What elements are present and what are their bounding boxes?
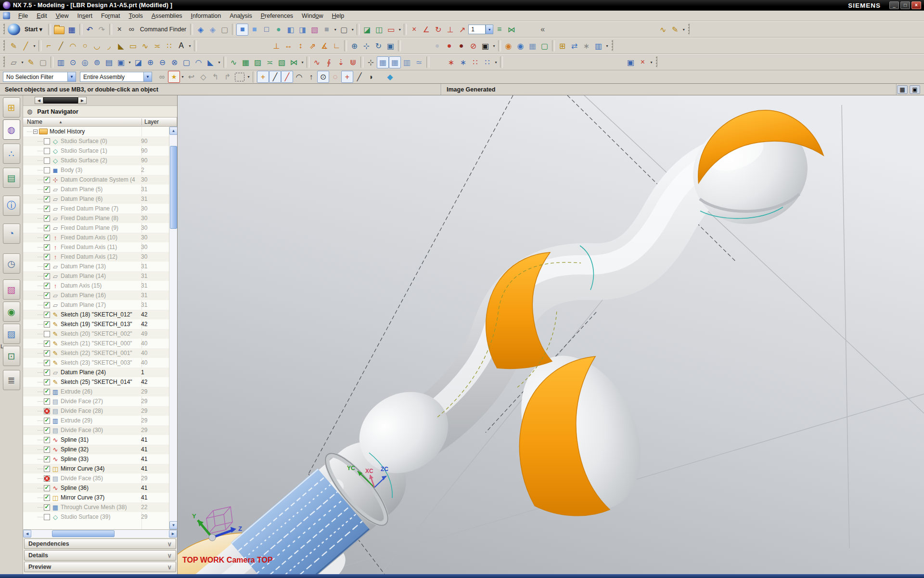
chamfer-feature-icon[interactable]: ◣ [205, 56, 217, 68]
feature-checkbox[interactable] [44, 196, 50, 202]
snap-midpoint-icon[interactable]: ╱ [281, 71, 293, 83]
work-layer-input[interactable]: 1 [468, 25, 486, 34]
pattern-feature-icon[interactable]: ∗ [457, 56, 469, 68]
menu-item[interactable]: Format [97, 12, 125, 20]
hole-icon[interactable]: ◎ [79, 56, 91, 68]
snap-center-icon[interactable]: ⊙ [317, 71, 329, 83]
arc2-icon[interactable]: ◡ [91, 40, 103, 52]
menu-item[interactable]: View [51, 12, 73, 20]
dark-render-icon[interactable]: ● [455, 40, 467, 52]
tree-row[interactable]: ▱ Fixed Datum Plane (9) 30 [23, 223, 169, 233]
tree-row[interactable]: ↑ Fixed Datum Axis (10) 30 [23, 233, 169, 242]
feature-checkbox[interactable] [44, 418, 50, 424]
studio-render-icon[interactable]: ● [272, 24, 284, 36]
clip-grid-icon[interactable]: ▦ [897, 85, 908, 94]
display-monitor-icon[interactable]: ▣ [910, 85, 920, 94]
perspective-icon[interactable]: ▭ [385, 24, 397, 36]
line-icon[interactable]: ╱ [20, 40, 32, 52]
scroll-thumb[interactable] [52, 530, 115, 537]
rectangle-icon[interactable]: ▭ [127, 40, 139, 52]
menu-item[interactable]: Preferences [257, 12, 297, 20]
feature-checkbox[interactable] [44, 302, 50, 308]
dropdown-arrow[interactable]: ▾ [681, 24, 686, 36]
dropdown-arrow[interactable]: ▾ [20, 56, 25, 68]
tree-row[interactable]: ▥ Extrude (29) 29 [23, 416, 169, 425]
tree-row[interactable]: ▱ Datum Plane (14) 31 [23, 271, 169, 281]
sheet-icon[interactable]: ▢ [37, 56, 49, 68]
feature-checkbox[interactable] [44, 475, 50, 482]
tree-row[interactable]: ▤ Divide Face (27) 29 [23, 396, 169, 406]
through-curve-mesh-icon[interactable]: ▦ [240, 56, 252, 68]
horizontal-dimension-icon[interactable]: ↔ [282, 40, 295, 52]
rotate-view-icon[interactable]: ↻ [372, 40, 385, 52]
feature-checkbox[interactable] [44, 158, 50, 164]
dropdown-arrow[interactable]: ▾ [180, 71, 185, 83]
resource-tab[interactable]: ≣ [3, 370, 20, 390]
information-icon[interactable]: ◈ [194, 24, 206, 36]
intersect-icon[interactable]: ⊗ [168, 56, 180, 68]
command-finder-label[interactable]: Command Finder [138, 24, 189, 36]
chevron-down-icon[interactable]: ∨ [167, 540, 172, 548]
fillet-icon[interactable]: ◞ [103, 40, 115, 52]
tree-row[interactable]: ◇ Studio Surface (0) 90 [23, 136, 169, 146]
feature-checkbox[interactable] [44, 225, 50, 231]
feature-checkbox[interactable] [44, 350, 50, 356]
close-tool-icon[interactable]: × [637, 56, 649, 68]
tree-row[interactable]: ✎ Sketch (23) "SKETCH_003" 40 [23, 358, 169, 368]
tree-row[interactable]: ▱ Fixed Datum Plane (7) 30 [23, 204, 169, 213]
dropdown-arrow[interactable]: ▾ [217, 56, 222, 68]
feature-checkbox[interactable] [44, 254, 50, 260]
dropdown-arrow[interactable]: ▾ [300, 56, 305, 68]
tree-row[interactable]: ✎ Sketch (22) "SKETCH_001" 40 [23, 348, 169, 358]
feature-checkbox[interactable] [44, 398, 50, 405]
dropdown-arrow[interactable]: ▾ [397, 24, 402, 36]
tree-row[interactable]: ▦ Through Curve Mesh (38) 22 [23, 502, 169, 512]
datum-display-icon[interactable]: ◪ [361, 24, 373, 36]
feature-checkbox[interactable] [44, 283, 50, 289]
snap-pole-icon[interactable]: ↑ [305, 71, 317, 83]
menu-item[interactable]: Edit [32, 12, 51, 20]
csys-orient-icon[interactable]: × [408, 24, 420, 36]
boss-icon[interactable]: ⊚ [91, 56, 103, 68]
tree-row[interactable]: ◇ Studio Surface (39) 29 [23, 512, 169, 522]
feature-checkbox[interactable] [44, 427, 50, 434]
dropdown-arrow[interactable]: ▾ [491, 40, 497, 52]
role-icon[interactable]: ◉ [514, 40, 526, 52]
vertical-dimension-icon[interactable]: ↕ [295, 40, 307, 52]
shaded-icon[interactable]: ■ [248, 24, 260, 36]
selection-scope-combo[interactable]: Entire Assembly ▼ [80, 72, 152, 82]
offset-surface-icon[interactable]: ≍ [264, 56, 276, 68]
tree-row[interactable]: ▱ Datum Plane (13) 31 [23, 262, 169, 271]
snap-tangent-icon[interactable]: ╱ [353, 71, 365, 83]
reflection-analysis-icon[interactable]: ▥ [401, 56, 413, 68]
layer-visible-in-view-icon[interactable]: ⋈ [505, 24, 517, 36]
selection-scope-icon[interactable]: ∞ [156, 71, 168, 83]
background-icon[interactable]: ▢ [338, 24, 350, 36]
feature-checkbox[interactable] [44, 167, 50, 173]
scroll-left-icon[interactable]: ◄ [23, 530, 31, 538]
feature-checkbox[interactable] [44, 312, 50, 318]
start-menu-button[interactable]: Start ▾ [20, 24, 47, 36]
dropdown-arrow[interactable]: ▾ [493, 56, 499, 68]
feature-checkbox[interactable] [44, 495, 50, 501]
feature-checkbox[interactable] [44, 331, 50, 337]
shaded-with-edges-icon[interactable]: ■ [236, 24, 248, 36]
open-icon[interactable] [54, 26, 64, 34]
feature-checkbox[interactable] [44, 504, 50, 511]
csys-normal-icon[interactable]: ⊥ [444, 24, 456, 36]
menu-item[interactable]: Help [328, 12, 349, 20]
studio-sphere-icon[interactable]: ● [431, 40, 443, 52]
feature-checkbox[interactable] [44, 244, 50, 250]
feature-checkbox[interactable] [44, 514, 50, 520]
vertical-scrollbar[interactable]: ▲ ▼ [169, 127, 177, 529]
feature-checkbox[interactable] [44, 379, 50, 385]
feature-checkbox[interactable] [44, 177, 50, 183]
snap-enable-icon[interactable]: + [257, 71, 269, 83]
snap-quadrant-icon[interactable]: ◌ [329, 71, 341, 83]
collapse-toolbar-icon[interactable]: « [537, 24, 549, 36]
scroll-right-icon[interactable]: ► [169, 530, 177, 538]
chevron-down-icon[interactable]: ∨ [167, 564, 172, 571]
feature-checkbox[interactable] [44, 292, 50, 299]
studio-spline-icon[interactable]: ∿ [139, 40, 151, 52]
section-analysis-icon[interactable]: ▦ [389, 56, 401, 68]
